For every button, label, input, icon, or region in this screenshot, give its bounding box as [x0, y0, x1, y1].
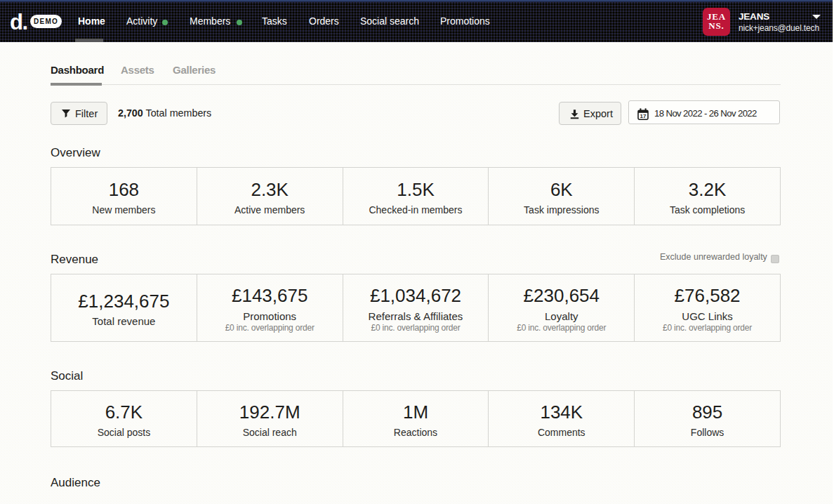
svg-text:17: 17	[640, 113, 647, 119]
